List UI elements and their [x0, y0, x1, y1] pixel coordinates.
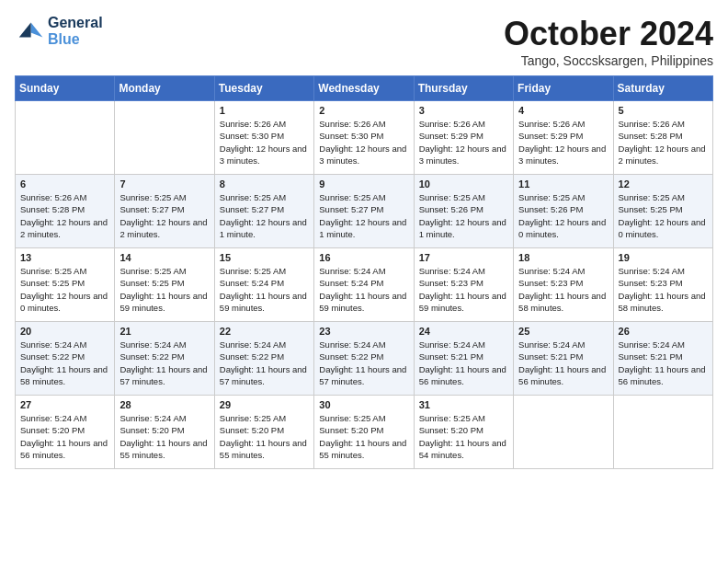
- calendar-week-5: 27Sunrise: 5:24 AMSunset: 5:20 PMDayligh…: [16, 396, 713, 469]
- day-number: 30: [319, 399, 408, 410]
- cell-info: Sunrise: 5:25 AMSunset: 5:27 PMDaylight:…: [119, 191, 209, 240]
- calendar-cell: 23Sunrise: 5:24 AMSunset: 5:22 PMDayligh…: [314, 322, 414, 396]
- weekday-header-friday: Friday: [514, 76, 613, 101]
- cell-info: Sunrise: 5:24 AMSunset: 5:23 PMDaylight:…: [419, 265, 508, 314]
- day-number: 16: [319, 252, 408, 263]
- cell-info: Sunrise: 5:26 AMSunset: 5:28 PMDaylight:…: [619, 118, 708, 167]
- calendar-cell: 12Sunrise: 5:25 AMSunset: 5:25 PMDayligh…: [613, 175, 712, 248]
- calendar-cell: 16Sunrise: 5:24 AMSunset: 5:24 PMDayligh…: [314, 248, 414, 322]
- calendar-week-1: 1Sunrise: 5:26 AMSunset: 5:30 PMDaylight…: [16, 101, 713, 175]
- day-number: 4: [518, 105, 608, 116]
- cell-info: Sunrise: 5:25 AMSunset: 5:25 PMDaylight:…: [20, 265, 109, 314]
- calendar-cell: 11Sunrise: 5:25 AMSunset: 5:26 PMDayligh…: [514, 175, 613, 248]
- cell-info: Sunrise: 5:24 AMSunset: 5:20 PMDaylight:…: [20, 412, 109, 461]
- cell-info: Sunrise: 5:26 AMSunset: 5:29 PMDaylight:…: [518, 118, 608, 167]
- calendar-cell: [115, 101, 214, 175]
- weekday-header-wednesday: Wednesday: [314, 76, 414, 101]
- cell-info: Sunrise: 5:24 AMSunset: 5:22 PMDaylight:…: [20, 339, 109, 387]
- calendar-cell: 4Sunrise: 5:26 AMSunset: 5:29 PMDaylight…: [514, 101, 613, 175]
- calendar-cell: 6Sunrise: 5:26 AMSunset: 5:28 PMDaylight…: [16, 175, 115, 248]
- calendar-cell: 27Sunrise: 5:24 AMSunset: 5:20 PMDayligh…: [16, 396, 115, 469]
- weekday-header-sunday: Sunday: [16, 76, 115, 101]
- calendar-cell: [514, 396, 613, 469]
- day-number: 6: [20, 178, 109, 190]
- calendar-cell: 20Sunrise: 5:24 AMSunset: 5:22 PMDayligh…: [16, 322, 115, 396]
- cell-info: Sunrise: 5:25 AMSunset: 5:27 PMDaylight:…: [319, 191, 408, 240]
- day-number: 21: [119, 326, 209, 337]
- calendar-header: SundayMondayTuesdayWednesdayThursdayFrid…: [16, 76, 713, 101]
- day-number: 14: [119, 252, 209, 263]
- cell-info: Sunrise: 5:25 AMSunset: 5:24 PMDaylight:…: [220, 265, 309, 314]
- calendar-cell: [16, 101, 115, 175]
- cell-info: Sunrise: 5:25 AMSunset: 5:26 PMDaylight:…: [419, 191, 508, 240]
- calendar-week-4: 20Sunrise: 5:24 AMSunset: 5:22 PMDayligh…: [16, 322, 713, 396]
- day-number: 8: [220, 178, 309, 190]
- calendar-cell: 22Sunrise: 5:24 AMSunset: 5:22 PMDayligh…: [214, 322, 313, 396]
- calendar-cell: 15Sunrise: 5:25 AMSunset: 5:24 PMDayligh…: [214, 248, 313, 322]
- day-number: 31: [419, 399, 508, 410]
- day-number: 10: [419, 178, 508, 190]
- svg-marker-1: [19, 22, 31, 37]
- weekday-header-saturday: Saturday: [613, 76, 712, 101]
- calendar-cell: 25Sunrise: 5:24 AMSunset: 5:21 PMDayligh…: [514, 322, 613, 396]
- day-number: 2: [319, 105, 408, 116]
- calendar-cell: 18Sunrise: 5:24 AMSunset: 5:23 PMDayligh…: [514, 248, 613, 322]
- page-header: General Blue October 2024 Tango, Soccsks…: [15, 15, 713, 68]
- calendar-cell: 24Sunrise: 5:24 AMSunset: 5:21 PMDayligh…: [414, 322, 513, 396]
- cell-info: Sunrise: 5:24 AMSunset: 5:20 PMDaylight:…: [119, 412, 209, 461]
- day-number: 11: [518, 178, 608, 190]
- weekday-header-thursday: Thursday: [414, 76, 513, 101]
- day-number: 12: [619, 178, 708, 190]
- calendar-cell: 30Sunrise: 5:25 AMSunset: 5:20 PMDayligh…: [314, 396, 414, 469]
- cell-info: Sunrise: 5:25 AMSunset: 5:27 PMDaylight:…: [220, 191, 309, 240]
- calendar-cell: 21Sunrise: 5:24 AMSunset: 5:22 PMDayligh…: [115, 322, 214, 396]
- day-number: 3: [419, 105, 508, 116]
- logo-icon: [15, 17, 44, 46]
- calendar-body: 1Sunrise: 5:26 AMSunset: 5:30 PMDaylight…: [16, 101, 713, 469]
- day-number: 7: [119, 178, 209, 190]
- svg-marker-0: [31, 22, 43, 37]
- day-number: 24: [419, 326, 508, 337]
- day-number: 27: [20, 399, 109, 410]
- calendar-table: SundayMondayTuesdayWednesdayThursdayFrid…: [15, 75, 713, 469]
- weekday-header-row: SundayMondayTuesdayWednesdayThursdayFrid…: [16, 76, 713, 101]
- cell-info: Sunrise: 5:24 AMSunset: 5:23 PMDaylight:…: [619, 265, 708, 314]
- day-number: 15: [220, 252, 309, 263]
- cell-info: Sunrise: 5:24 AMSunset: 5:23 PMDaylight:…: [518, 265, 608, 314]
- calendar-cell: 17Sunrise: 5:24 AMSunset: 5:23 PMDayligh…: [414, 248, 513, 322]
- calendar-cell: 2Sunrise: 5:26 AMSunset: 5:30 PMDaylight…: [314, 101, 414, 175]
- cell-info: Sunrise: 5:25 AMSunset: 5:20 PMDaylight:…: [220, 412, 309, 461]
- cell-info: Sunrise: 5:24 AMSunset: 5:21 PMDaylight:…: [419, 339, 508, 387]
- calendar-cell: 31Sunrise: 5:25 AMSunset: 5:20 PMDayligh…: [414, 396, 513, 469]
- calendar-week-3: 13Sunrise: 5:25 AMSunset: 5:25 PMDayligh…: [16, 248, 713, 322]
- day-number: 22: [220, 326, 309, 337]
- weekday-header-monday: Monday: [115, 76, 214, 101]
- day-number: 20: [20, 326, 109, 337]
- cell-info: Sunrise: 5:25 AMSunset: 5:26 PMDaylight:…: [518, 191, 608, 240]
- calendar-cell: 5Sunrise: 5:26 AMSunset: 5:28 PMDaylight…: [613, 101, 712, 175]
- calendar-cell: 13Sunrise: 5:25 AMSunset: 5:25 PMDayligh…: [16, 248, 115, 322]
- calendar-cell: 26Sunrise: 5:24 AMSunset: 5:21 PMDayligh…: [613, 322, 712, 396]
- calendar-cell: 9Sunrise: 5:25 AMSunset: 5:27 PMDaylight…: [314, 175, 414, 248]
- calendar-cell: 3Sunrise: 5:26 AMSunset: 5:29 PMDaylight…: [414, 101, 513, 175]
- cell-info: Sunrise: 5:26 AMSunset: 5:30 PMDaylight:…: [220, 118, 309, 167]
- day-number: 9: [319, 178, 408, 190]
- cell-info: Sunrise: 5:24 AMSunset: 5:22 PMDaylight:…: [119, 339, 209, 387]
- cell-info: Sunrise: 5:25 AMSunset: 5:20 PMDaylight:…: [319, 412, 408, 461]
- day-number: 17: [419, 252, 508, 263]
- title-block: October 2024 Tango, Soccsksargen, Philip…: [504, 15, 713, 68]
- calendar-week-2: 6Sunrise: 5:26 AMSunset: 5:28 PMDaylight…: [16, 175, 713, 248]
- cell-info: Sunrise: 5:25 AMSunset: 5:25 PMDaylight:…: [119, 265, 209, 314]
- day-number: 13: [20, 252, 109, 263]
- cell-info: Sunrise: 5:24 AMSunset: 5:21 PMDaylight:…: [518, 339, 608, 387]
- logo: General Blue: [15, 15, 103, 48]
- calendar-cell: 8Sunrise: 5:25 AMSunset: 5:27 PMDaylight…: [214, 175, 313, 248]
- cell-info: Sunrise: 5:26 AMSunset: 5:29 PMDaylight:…: [419, 118, 508, 167]
- calendar-cell: 7Sunrise: 5:25 AMSunset: 5:27 PMDaylight…: [115, 175, 214, 248]
- cell-info: Sunrise: 5:24 AMSunset: 5:24 PMDaylight:…: [319, 265, 408, 314]
- cell-info: Sunrise: 5:26 AMSunset: 5:28 PMDaylight:…: [20, 191, 109, 240]
- cell-info: Sunrise: 5:25 AMSunset: 5:25 PMDaylight:…: [619, 191, 708, 240]
- day-number: 29: [220, 399, 309, 410]
- calendar-cell: 10Sunrise: 5:25 AMSunset: 5:26 PMDayligh…: [414, 175, 513, 248]
- day-number: 18: [518, 252, 608, 263]
